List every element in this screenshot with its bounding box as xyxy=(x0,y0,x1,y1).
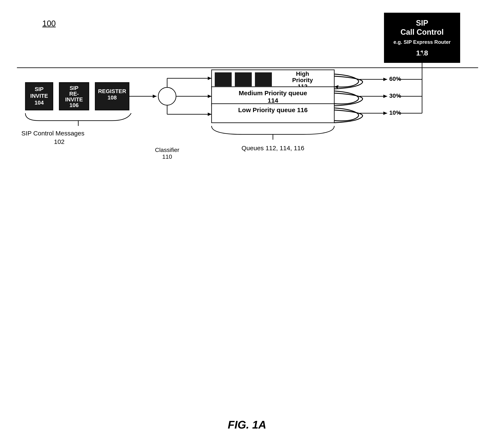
svg-text:Low Priority queue 116: Low Priority queue 116 xyxy=(238,106,308,113)
svg-marker-45 xyxy=(383,78,387,81)
svg-rect-31 xyxy=(211,70,334,89)
diagram-svg: SIP INVITE 104 SIP RE- INVITE 106 REGIST… xyxy=(0,0,494,448)
svg-rect-38 xyxy=(211,87,334,106)
svg-rect-32 xyxy=(215,72,232,86)
svg-text:10%: 10% xyxy=(389,109,401,116)
svg-marker-48 xyxy=(383,95,387,98)
sip-control-subtitle: e.g. SIP Express Router xyxy=(394,39,451,45)
svg-rect-34 xyxy=(255,72,272,86)
sip-control-ref: 118 xyxy=(389,49,455,57)
svg-rect-3 xyxy=(25,83,53,110)
svg-text:112: 112 xyxy=(298,83,308,90)
svg-text:Priority: Priority xyxy=(292,77,313,83)
page-container: 100 SIPCall Controle.g. SIP Express Rout… xyxy=(0,0,494,448)
svg-text:SIP: SIP xyxy=(35,86,44,92)
svg-text:106: 106 xyxy=(69,102,78,108)
svg-rect-7 xyxy=(59,83,89,110)
sip-control-box: SIPCall Controle.g. SIP Express Router 1… xyxy=(384,13,460,63)
svg-marker-51 xyxy=(383,112,387,115)
svg-text:High: High xyxy=(296,71,309,77)
svg-text:Queues 112, 114, 116: Queues 112, 114, 116 xyxy=(242,145,304,151)
svg-marker-30 xyxy=(208,112,211,116)
sip-control-title: SIPCall Controle.g. SIP Express Router xyxy=(389,18,455,46)
figure-label: FIG. 1A xyxy=(228,418,266,431)
svg-text:30%: 30% xyxy=(389,92,401,99)
svg-marker-27 xyxy=(208,95,211,98)
svg-text:RE-: RE- xyxy=(69,91,79,97)
svg-text:108: 108 xyxy=(108,94,117,101)
svg-text:104: 104 xyxy=(35,100,44,106)
svg-text:INVITE: INVITE xyxy=(30,93,48,99)
svg-text:INVITE: INVITE xyxy=(65,96,83,103)
svg-point-20 xyxy=(158,87,176,105)
ref-100: 100 xyxy=(42,19,56,28)
svg-text:Classifier: Classifier xyxy=(155,147,179,153)
svg-text:60%: 60% xyxy=(389,75,401,82)
svg-text:SIP Control Messages: SIP Control Messages xyxy=(21,130,84,137)
svg-text:SIP: SIP xyxy=(70,85,78,91)
svg-text:Medium Priority queue: Medium Priority queue xyxy=(239,89,307,97)
svg-marker-43 xyxy=(334,85,338,88)
svg-rect-12 xyxy=(95,83,129,110)
svg-text:110: 110 xyxy=(162,153,172,160)
svg-rect-33 xyxy=(235,72,252,86)
svg-marker-19 xyxy=(153,95,157,98)
svg-rect-41 xyxy=(211,104,334,123)
svg-text:114: 114 xyxy=(268,97,278,104)
svg-text:102: 102 xyxy=(54,138,64,145)
svg-marker-25 xyxy=(208,77,211,80)
svg-text:REGISTER: REGISTER xyxy=(98,88,126,94)
